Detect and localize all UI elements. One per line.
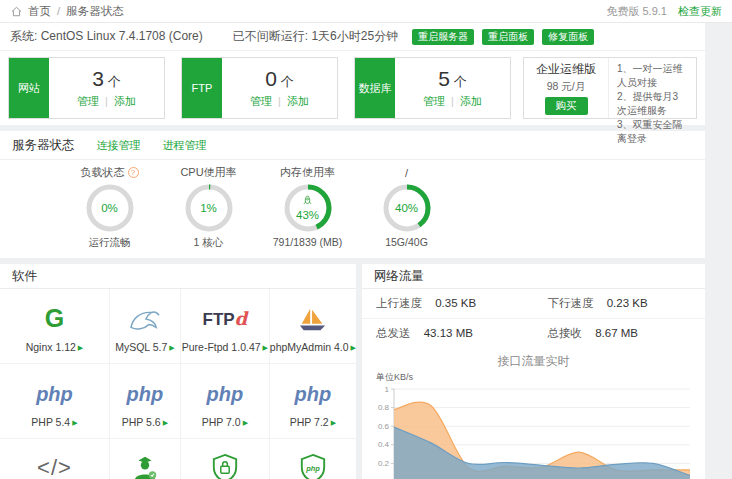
- gauges-row: 负载状态?0%运行流畅CPU使用率1%1 核心内存使用率43%791/1839 …: [0, 160, 705, 258]
- running-indicator-icon: ▶: [163, 419, 168, 426]
- gauge-title-text: 内存使用率: [280, 165, 335, 180]
- php-icon: php: [295, 375, 332, 413]
- software-item-7[interactable]: phpPHP 7.2▶: [270, 364, 356, 439]
- net-stat-value: 8.67 MB: [595, 327, 638, 339]
- stat-count-number: 0: [265, 67, 277, 90]
- gauge-label: 运行流畅: [60, 236, 159, 250]
- stat-card-1: FTP0个管理|添加: [181, 57, 338, 119]
- software-header: 软件: [0, 264, 356, 289]
- manage-link[interactable]: 管理: [77, 95, 99, 107]
- software-item-0[interactable]: GNginx 1.12▶: [0, 289, 110, 364]
- running-indicator-icon: ▶: [78, 344, 83, 351]
- gauge-ring: 40%: [383, 184, 431, 232]
- stat-count-unit: 个: [281, 74, 294, 89]
- gauge-1: CPU使用率1%1 核心: [159, 165, 258, 250]
- version-area: 免费版 5.9.1 检查更新: [606, 4, 722, 19]
- software-item-5[interactable]: phpPHP 5.6▶: [110, 364, 181, 439]
- promo-feature: 2、提供每月3次运维服务: [617, 90, 688, 118]
- software-item-8[interactable]: </>宝塔一键部署源码 1.1▶: [0, 439, 110, 479]
- gauge-title: 内存使用率: [258, 165, 357, 180]
- promo-card: 企业运维版 98 元/月 购买 1、一对一运维人员对接 2、提供每月3次运维服务…: [523, 57, 697, 119]
- software-item-3[interactable]: phpMyAdmin 4.0▶: [270, 289, 356, 364]
- svg-text:php: php: [305, 463, 320, 472]
- net-stat-total-sent: 总发送 43.13 MB: [362, 319, 534, 348]
- chart-title: 接口流量实时: [362, 353, 705, 370]
- restart-panel-button[interactable]: 重启面板: [482, 29, 534, 45]
- section-title-server-status: 服务器状态: [12, 137, 75, 154]
- section-title-software: 软件: [12, 269, 37, 283]
- gauge-2: 内存使用率43%791/1839 (MB): [258, 165, 357, 250]
- link-separator: |: [278, 95, 281, 107]
- stat-card-tag: FTP: [182, 58, 222, 118]
- stat-count-number: 5: [438, 67, 450, 90]
- check-update-link[interactable]: 检查更新: [678, 5, 722, 17]
- software-item-10[interactable]: 宝塔安全登录 1.3▶: [181, 439, 270, 479]
- ops-person-icon: [130, 449, 160, 479]
- gauge-ring: 1%: [185, 184, 233, 232]
- promo-left: 企业运维版 98 元/月 购买: [524, 58, 608, 118]
- software-item-6[interactable]: phpPHP 7.0▶: [181, 364, 270, 439]
- shield-php-icon: php: [299, 449, 327, 479]
- php-icon: php: [207, 375, 244, 413]
- breadcrumb-home-link[interactable]: 首页: [28, 4, 51, 19]
- software-item-2[interactable]: FTPdPure-Ftpd 1.0.47▶: [181, 289, 270, 364]
- stat-cards: 网站3个管理|添加FTP0个管理|添加数据库5个管理|添加: [8, 57, 511, 119]
- network-header: 网络流量: [362, 264, 705, 289]
- gauge-0: 负载状态?0%运行流畅: [60, 165, 159, 250]
- stat-card-2: 数据库5个管理|添加: [354, 57, 511, 119]
- gauge-title-text: 负载状态: [81, 165, 125, 180]
- buy-button[interactable]: 购买: [545, 97, 588, 115]
- software-item-1[interactable]: MySQL 5.7▶: [110, 289, 181, 364]
- repair-panel-button[interactable]: 修复面板: [542, 29, 594, 45]
- stat-count-unit: 个: [108, 74, 121, 89]
- breadcrumb: 首页 / 服务器状态 免费版 5.9.1 检查更新: [0, 0, 732, 23]
- help-icon[interactable]: ?: [128, 167, 139, 178]
- restart-server-button[interactable]: 重启服务器: [412, 29, 474, 45]
- software-panel: 软件 GNginx 1.12▶MySQL 5.7▶FTPdPure-Ftpd 1…: [0, 264, 356, 479]
- stat-cards-row: 网站3个管理|添加FTP0个管理|添加数据库5个管理|添加 企业运维版 98 元…: [0, 51, 705, 125]
- gauge-percent-text: 0%: [101, 202, 118, 215]
- breadcrumb-current: 服务器状态: [66, 4, 124, 19]
- tab-process-management[interactable]: 进程管理: [163, 138, 207, 153]
- software-name: PHP 5.6▶: [122, 416, 168, 428]
- software-item-4[interactable]: phpPHP 5.4▶: [0, 364, 110, 439]
- add-link[interactable]: 添加: [460, 95, 482, 107]
- promo-feature: 1、一对一运维人员对接: [617, 62, 688, 90]
- shield-lock-icon: [211, 449, 239, 479]
- gauge-percent-text: 40%: [395, 202, 418, 215]
- network-stats: 上行速度 0.35 KB 下行速度 0.23 KB 总发送 43.13 MB 总…: [362, 289, 705, 348]
- stat-card-links: 管理|添加: [423, 94, 482, 109]
- promo-price: 98 元/月: [547, 80, 586, 94]
- running-indicator-icon: ▶: [72, 419, 77, 426]
- add-link[interactable]: 添加: [114, 95, 136, 107]
- software-name: Nginx 1.12▶: [26, 341, 84, 353]
- gauge-ring: 0%: [86, 184, 134, 232]
- add-link[interactable]: 添加: [287, 95, 309, 107]
- tab-connection-management[interactable]: 连接管理: [97, 138, 141, 153]
- svg-text:1: 1: [384, 385, 389, 394]
- running-indicator-icon: ▶: [243, 419, 248, 426]
- gauge-label: 791/1839 (MB): [258, 236, 357, 248]
- manage-link[interactable]: 管理: [423, 95, 445, 107]
- net-stat-label: 上行速度: [376, 297, 422, 309]
- home-icon: [10, 5, 23, 18]
- gauge-value: 0%: [86, 184, 134, 232]
- bottom-columns: 软件 GNginx 1.12▶MySQL 5.7▶FTPdPure-Ftpd 1…: [0, 264, 705, 479]
- system-info-bar: 系统: CentOS Linux 7.4.1708 (Core) 已不间断运行:…: [0, 23, 705, 51]
- net-stat-downspeed: 下行速度 0.23 KB: [534, 289, 706, 319]
- manage-link[interactable]: 管理: [250, 95, 272, 107]
- gauge-title: 负载状态?: [60, 165, 159, 180]
- net-stat-label: 总接收: [548, 327, 583, 339]
- gauge-title-text: /: [405, 167, 408, 179]
- software-item-9[interactable]: 宝塔运维 1.0▶: [110, 439, 181, 479]
- bt-panel-page: 首页 / 服务器状态 免费版 5.9.1 检查更新 系统: CentOS Lin…: [0, 0, 732, 479]
- gauge-ring: 43%: [284, 184, 332, 232]
- stat-card-body: 3个管理|添加: [49, 58, 164, 118]
- main-content: 系统: CentOS Linux 7.4.1708 (Core) 已不间断运行:…: [0, 23, 705, 479]
- promo-title: 企业运维版: [536, 61, 596, 78]
- chart-unit-label: 单位KB/s: [376, 371, 705, 384]
- gauge-title-text: CPU使用率: [180, 165, 236, 180]
- nginx-icon: G: [45, 300, 64, 338]
- promo-feature: 3、双重安全隔离登录: [617, 118, 688, 146]
- software-item-11[interactable]: phpPHP守护 1.2▶: [270, 439, 356, 479]
